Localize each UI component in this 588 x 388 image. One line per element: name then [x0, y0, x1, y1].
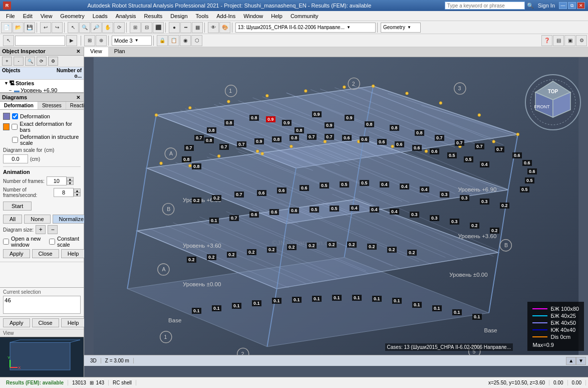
none-btn[interactable]: None: [24, 215, 50, 224]
tree-level-690[interactable]: – ▬ Уровень +6.90: [0, 87, 84, 92]
minimize-btn[interactable]: —: [559, 2, 567, 9]
tb-bar[interactable]: ━: [180, 22, 191, 33]
diag-apply-btn[interactable]: Apply: [3, 249, 30, 258]
tb-extra3[interactable]: ⚙: [576, 35, 587, 46]
tb-arrow[interactable]: ↖: [3, 35, 14, 46]
tb-snap[interactable]: ⊕: [96, 35, 107, 46]
tb-input-box[interactable]: [15, 36, 65, 46]
viewport[interactable]: View Plan: [84, 47, 588, 377]
tb-zoom-in[interactable]: 🔍: [79, 22, 90, 33]
menu-view[interactable]: View: [37, 12, 57, 20]
all-btn[interactable]: All: [3, 215, 22, 224]
fps-down[interactable]: ▼: [74, 192, 81, 197]
tb-redo[interactable]: ↪: [52, 22, 63, 33]
tb-help[interactable]: ❓: [541, 35, 552, 46]
tb-render[interactable]: ◉: [180, 35, 191, 46]
tb-extra2[interactable]: ▣: [564, 35, 575, 46]
tb-new[interactable]: 📄: [1, 22, 12, 33]
oi-collapse-all[interactable]: -: [14, 57, 24, 66]
tb-mode-dropdown[interactable]: Mode 3▼: [112, 36, 152, 46]
tab-plan[interactable]: Plan: [108, 47, 131, 57]
menu-tools[interactable]: Tools: [192, 12, 213, 20]
val-01-4: 0.1: [252, 300, 261, 306]
exact-deform-checkbox[interactable]: [12, 124, 18, 130]
tb-3d[interactable]: ⬛: [153, 22, 164, 33]
menu-addins[interactable]: Add-Ins: [212, 12, 239, 20]
menu-design[interactable]: Design: [166, 12, 191, 20]
diagrams-close[interactable]: ✕: [75, 95, 82, 100]
menu-edit[interactable]: Edit: [19, 12, 37, 20]
vp-nav-down[interactable]: ▼: [576, 357, 586, 365]
constant-scale-checkbox[interactable]: [49, 239, 55, 245]
tab-view[interactable]: View: [84, 47, 108, 57]
apply-btn[interactable]: Apply: [3, 318, 30, 327]
tb-extra1[interactable]: ▤: [553, 35, 564, 46]
start-btn[interactable]: Start: [3, 202, 32, 211]
val-07-5: 0.7: [194, 135, 204, 141]
frames-down[interactable]: ▼: [67, 181, 74, 185]
close-btn[interactable]: ✕: [577, 2, 585, 9]
val-02-6: 0.2: [227, 252, 236, 258]
tb-node[interactable]: ●: [169, 22, 180, 33]
sign-in-btn[interactable]: Sign In: [538, 3, 555, 9]
oi-refresh[interactable]: ⟳: [37, 57, 47, 66]
search-input[interactable]: [445, 2, 525, 10]
obj-inspector-close[interactable]: ✕: [75, 49, 82, 54]
restore-btn[interactable]: ⧉: [568, 2, 576, 9]
tb-color[interactable]: 🎨: [219, 22, 230, 33]
tb-go[interactable]: ▶: [66, 35, 77, 46]
size-plus[interactable]: +: [36, 225, 46, 234]
oi-settings[interactable]: ⚙: [48, 57, 58, 66]
tb-case-dropdown[interactable]: 13: Шуши2015_СНРА II-6.02-2006 Направле.…: [235, 23, 376, 33]
size-minus[interactable]: −: [48, 225, 58, 234]
menu-loads[interactable]: Loads: [89, 12, 112, 20]
tb-panel[interactable]: ▦: [192, 22, 203, 33]
scale-input[interactable]: [3, 154, 28, 163]
oi-expand-all[interactable]: +: [2, 57, 12, 66]
menu-results[interactable]: Results: [140, 12, 167, 20]
app-icon: R: [3, 2, 11, 10]
vp-nav-up[interactable]: ▲: [566, 357, 576, 365]
frames-input[interactable]: [47, 176, 67, 185]
menu-file[interactable]: File: [2, 12, 19, 20]
open-new-window-checkbox[interactable]: [3, 239, 9, 245]
tb-layers[interactable]: 📋: [168, 35, 179, 46]
fps-input[interactable]: [54, 188, 74, 197]
frames-up[interactable]: ▲: [67, 177, 74, 181]
diag-close-btn[interactable]: Close: [32, 249, 59, 258]
deform-struct-checkbox[interactable]: [12, 137, 18, 143]
tb-rotate[interactable]: ⟳: [114, 22, 125, 33]
menu-analysis[interactable]: Analysis: [112, 12, 140, 20]
tb-zoom-out[interactable]: 🔎: [91, 22, 102, 33]
search-icon[interactable]: 🔍: [527, 3, 534, 9]
tree-stories[interactable]: ▼ 🏗 Stories: [0, 80, 84, 87]
menu-window[interactable]: Window: [239, 12, 267, 20]
diag-help-btn[interactable]: Help: [61, 249, 86, 258]
extra-section: 0.00: [549, 380, 567, 385]
close-btn2[interactable]: Close: [32, 318, 59, 327]
tb-open[interactable]: 📂: [13, 22, 24, 33]
tb-lock[interactable]: 🔒: [157, 35, 168, 46]
tb-front[interactable]: ⊞: [130, 22, 141, 33]
fps-up[interactable]: ▲: [74, 188, 81, 192]
menu-help[interactable]: Help: [267, 12, 286, 20]
help-btn[interactable]: Help: [61, 318, 86, 327]
tb-select[interactable]: ↖: [68, 22, 79, 33]
stories-expand[interactable]: ▼: [4, 81, 9, 86]
tb-wireframe[interactable]: ⬡: [191, 35, 202, 46]
tb-save[interactable]: 💾: [24, 22, 35, 33]
tb-display[interactable]: 👁: [208, 22, 219, 33]
tb-top[interactable]: ⊟: [141, 22, 152, 33]
tab-stresses[interactable]: Stresses: [38, 102, 66, 109]
tb-geometry-dropdown[interactable]: Geometry▼: [381, 23, 421, 33]
tab-deformation[interactable]: Deformation: [0, 102, 38, 109]
deformation-checkbox[interactable]: [12, 113, 18, 119]
tb-pan[interactable]: ✋: [102, 22, 113, 33]
nav-cube[interactable]: TOP FRONT: [523, 72, 583, 132]
menu-geometry[interactable]: Geometry: [56, 12, 88, 20]
menu-community[interactable]: Community: [286, 12, 323, 20]
tb-grid[interactable]: ⊞: [84, 35, 95, 46]
oi-search[interactable]: 🔍: [25, 57, 35, 66]
selection-input[interactable]: 46: [3, 296, 81, 314]
tb-undo[interactable]: ↩: [40, 22, 51, 33]
